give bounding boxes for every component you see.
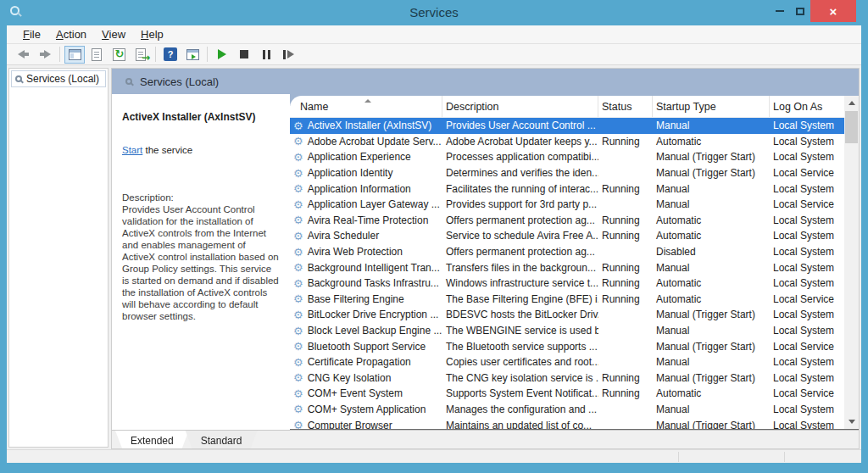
column-header[interactable]: Description	[442, 96, 598, 117]
service-startup-cell: Manual	[653, 354, 770, 370]
close-button[interactable]: ×	[810, 0, 856, 22]
service-startup-cell: Manual (Trigger Start)	[653, 338, 770, 354]
start-service-button[interactable]	[212, 46, 232, 64]
export-list-button[interactable]: →	[131, 46, 151, 64]
service-gear-icon: ⚙	[293, 136, 303, 147]
stop-service-button[interactable]	[234, 46, 254, 64]
service-action-line: Start the service	[122, 145, 280, 155]
service-logon-cell: Local System	[770, 134, 844, 150]
column-header[interactable]: Startup Type	[653, 96, 770, 117]
table-row[interactable]: ⚙Application Information Facilitates the…	[290, 181, 844, 197]
minimize-button[interactable]	[770, 0, 790, 22]
table-row[interactable]: ⚙Background Tasks Infrastru... Windows i…	[290, 275, 844, 292]
service-gear-icon: ⚙	[293, 357, 303, 368]
table-row[interactable]: ⚙Avira Scheduler Service to schedule Avi…	[290, 228, 844, 244]
description-label: Description:	[122, 192, 280, 203]
show-console-tree-button[interactable]	[64, 46, 85, 64]
vertical-scrollbar[interactable]	[844, 96, 859, 429]
service-startup-cell: Manual (Trigger Start)	[653, 165, 770, 181]
back-button[interactable]	[13, 46, 33, 64]
service-gear-icon: ⚙	[293, 183, 303, 194]
table-row[interactable]: ⚙CNG Key Isolation The CNG key isolation…	[290, 370, 844, 387]
service-status-cell: Running	[598, 386, 653, 402]
service-gear-icon: ⚙	[293, 152, 303, 163]
service-logon-cell: Local System	[770, 402, 844, 418]
service-logon-cell: Local System	[770, 118, 844, 134]
table-row[interactable]: ⚙Base Filtering Engine The Base Filterin…	[290, 292, 844, 308]
service-gear-icon: ⚙	[293, 388, 303, 399]
table-row[interactable]: ⚙Bluetooth Support Service The Bluetooth…	[290, 338, 844, 354]
view-tab[interactable]: Extended	[115, 431, 189, 448]
scroll-down-button[interactable]	[844, 415, 859, 429]
service-startup-cell: Manual (Trigger Start)	[653, 149, 770, 165]
service-status-cell	[598, 323, 653, 339]
service-startup-cell: Manual (Trigger Start)	[653, 370, 770, 387]
service-status-cell	[598, 402, 653, 418]
service-startup-cell: Manual (Trigger Start)	[653, 417, 770, 429]
table-row[interactable]: ⚙Adobe Acrobat Update Serv... Adobe Acro…	[290, 134, 844, 150]
pause-service-button[interactable]	[256, 46, 276, 64]
table-row[interactable]: ⚙COM+ System Application Manages the con…	[290, 402, 844, 418]
table-row[interactable]: ⚙Computer Browser Maintains an updated l…	[290, 417, 844, 429]
refresh-button[interactable]: ↻	[108, 46, 129, 64]
service-name-cell: ⚙Computer Browser	[290, 417, 442, 429]
table-row[interactable]: ⚙Application Identity Determines and ver…	[290, 165, 844, 181]
column-header[interactable]: Status	[598, 96, 653, 117]
status-separator	[678, 452, 679, 462]
scrollbar-thumb[interactable]	[845, 111, 858, 143]
service-description-cell: Adobe Acrobat Updater keeps y...	[442, 134, 598, 150]
service-description-cell: Maintains an updated list of co...	[442, 417, 598, 429]
column-header[interactable]: Log On As	[770, 96, 844, 117]
show-action-pane-button[interactable]	[182, 46, 203, 64]
service-description-cell: BDESVC hosts the BitLocker Driv...	[442, 307, 598, 323]
menu-item[interactable]: File	[15, 26, 48, 42]
table-row[interactable]: ⚙Application Experience Processes applic…	[290, 149, 844, 165]
service-gear-icon: ⚙	[293, 214, 303, 225]
service-logon-cell: Local System	[770, 259, 844, 275]
maximize-button[interactable]	[790, 0, 810, 22]
service-name-cell: ⚙Background Intelligent Tran...	[290, 259, 442, 275]
services-node-icon	[15, 75, 22, 82]
service-startup-cell: Manual	[653, 323, 770, 339]
service-description-cell: The Bluetooth service supports ...	[442, 338, 598, 354]
help-button[interactable]: ?	[160, 46, 181, 64]
tree-item-services-local[interactable]: Services (Local)	[11, 70, 106, 87]
toolbar-separator	[207, 47, 208, 62]
restart-service-button[interactable]	[278, 46, 298, 64]
forward-button[interactable]	[35, 46, 55, 64]
properties-button[interactable]	[86, 46, 107, 64]
service-gear-icon: ⚙	[293, 199, 303, 210]
table-row[interactable]: ⚙Block Level Backup Engine ... The WBENG…	[290, 323, 844, 339]
service-gear-icon: ⚙	[293, 341, 303, 352]
table-row[interactable]: ⚙Avira Real-Time Protection Offers perma…	[290, 213, 844, 229]
table-row[interactable]: ⚙COM+ Event System Supports System Event…	[290, 386, 844, 402]
service-status-cell	[598, 417, 653, 429]
service-name-cell: ⚙Application Information	[290, 181, 442, 197]
table-row[interactable]: ⚙Avira Web Protection Offers permanent p…	[290, 244, 844, 260]
table-row[interactable]: ⚙Certificate Propagation Copies user cer…	[290, 354, 844, 370]
status-separator	[784, 452, 785, 462]
service-name-cell: ⚙Application Experience	[290, 149, 442, 165]
service-startup-cell: Manual	[653, 118, 770, 134]
table-row[interactable]: ⚙Application Layer Gateway ... Provides …	[290, 197, 844, 213]
service-status-cell	[598, 354, 653, 370]
table-row[interactable]: ⚙Background Intelligent Tran... Transfer…	[290, 259, 844, 275]
menu-item[interactable]: Help	[133, 26, 171, 42]
view-tab[interactable]: Standard	[186, 431, 258, 448]
service-status-cell	[598, 307, 653, 323]
service-status-cell: Running	[598, 259, 653, 275]
service-name-cell: ⚙COM+ Event System	[290, 386, 442, 402]
service-status-cell	[598, 165, 653, 181]
table-row[interactable]: ⚙BitLocker Drive Encryption ... BDESVC h…	[290, 307, 844, 323]
minimize-icon	[776, 10, 784, 12]
service-startup-cell: Automatic	[653, 134, 770, 150]
service-gear-icon: ⚙	[293, 293, 303, 304]
service-description-cell: Supports System Event Notificat...	[442, 386, 598, 402]
scroll-up-button[interactable]	[844, 96, 859, 110]
console-tree-icon	[69, 49, 81, 60]
start-service-link[interactable]: Start	[122, 145, 142, 155]
menu-item[interactable]: View	[94, 26, 133, 42]
table-row[interactable]: ⚙ActiveX Installer (AxInstSV) Provides U…	[290, 118, 844, 134]
services-list-wrap: NameDescriptionStatusStartup TypeLog On …	[290, 94, 859, 430]
menu-item[interactable]: Action	[48, 26, 94, 42]
